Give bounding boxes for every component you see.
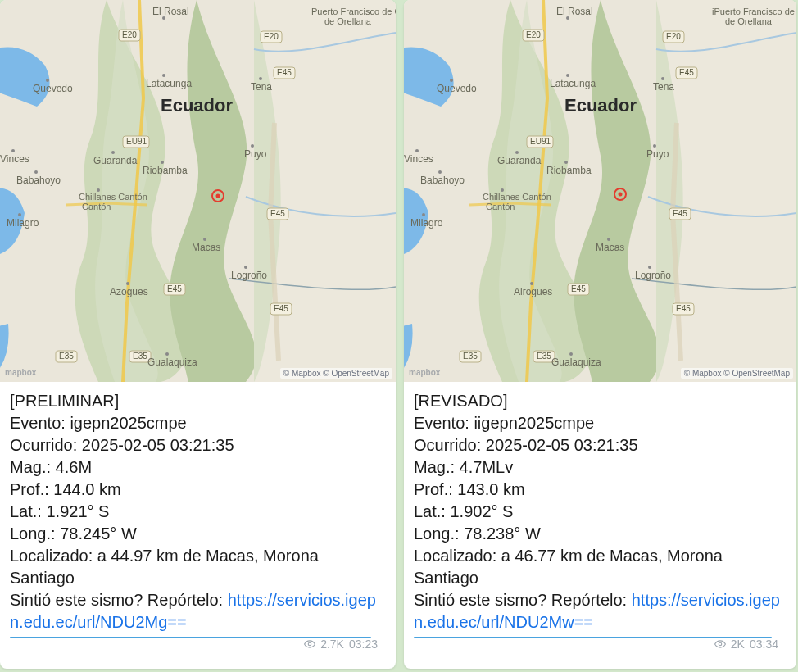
message-body: [PRELIMINAR] Evento: igepn2025cmpe Ocurr… bbox=[0, 382, 396, 669]
svg-point-107 bbox=[648, 266, 651, 269]
svg-point-55 bbox=[308, 643, 311, 647]
svg-text:EU91: EU91 bbox=[530, 137, 551, 146]
prompt-row: Sintió este sismo? Repórtelo: https://se… bbox=[10, 589, 386, 633]
svg-text:E45: E45 bbox=[571, 284, 586, 293]
svg-point-45 bbox=[18, 213, 21, 216]
svg-text:Guaranda: Guaranda bbox=[93, 155, 138, 166]
views-icon bbox=[714, 638, 726, 650]
long-row: Long.: 78.238° W bbox=[414, 523, 787, 545]
svg-text:Riobamba: Riobamba bbox=[546, 165, 592, 176]
svg-text:Babahoyo: Babahoyo bbox=[16, 175, 61, 186]
long-row: Long.: 78.245° W bbox=[10, 523, 386, 545]
svg-point-30 bbox=[259, 77, 262, 80]
map-image[interactable]: E20 E20 E45 EU91 E45 E45 E35 E35 E45 Ecu… bbox=[0, 0, 396, 382]
svg-point-105 bbox=[530, 282, 533, 285]
svg-text:Puyo: Puyo bbox=[244, 148, 267, 160]
svg-text:Logroño: Logroño bbox=[635, 270, 671, 281]
svg-text:Milagro: Milagro bbox=[7, 217, 39, 229]
svg-point-84 bbox=[566, 74, 569, 77]
svg-text:E20: E20 bbox=[264, 32, 279, 41]
views-count: 2K bbox=[731, 637, 745, 652]
svg-point-32 bbox=[111, 151, 115, 154]
svg-point-96 bbox=[438, 170, 442, 174]
svg-point-82 bbox=[450, 79, 453, 82]
svg-text:Guaranda: Guaranda bbox=[497, 155, 542, 166]
svg-point-40 bbox=[34, 170, 38, 174]
location-row: Localizado: a 46.77 km de Macas, Morona … bbox=[414, 545, 787, 589]
event-row: Evento: igepn2025cmpe bbox=[10, 412, 386, 434]
svg-point-28 bbox=[162, 74, 165, 77]
mapbox-badge: mapbox bbox=[409, 368, 440, 377]
message-time: 03:34 bbox=[750, 637, 778, 652]
status-tag: [PRELIMINAR] bbox=[10, 390, 386, 412]
message-time: 03:23 bbox=[349, 637, 378, 652]
svg-point-49 bbox=[126, 282, 129, 285]
svg-text:E35: E35 bbox=[463, 352, 478, 361]
svg-text:Gualaquiza: Gualaquiza bbox=[551, 356, 601, 368]
prompt-row: Sintió este sismo? Repórtelo: https://se… bbox=[414, 589, 787, 633]
svg-text:E45: E45 bbox=[167, 284, 182, 293]
svg-point-86 bbox=[661, 77, 664, 80]
svg-text:Macas: Macas bbox=[596, 242, 624, 253]
svg-text:Puyo: Puyo bbox=[646, 148, 669, 160]
svg-text:Tena: Tena bbox=[251, 81, 272, 93]
svg-text:E35: E35 bbox=[59, 352, 74, 361]
svg-point-92 bbox=[653, 144, 656, 148]
views-count: 2.7K bbox=[320, 637, 344, 652]
svg-point-77 bbox=[619, 193, 623, 197]
message-meta: 2K 03:34 bbox=[414, 637, 787, 657]
message-card-revisado: E20 E20 E45 EU91 E45 E45 E35 E35 E45 Ecu… bbox=[404, 0, 796, 669]
event-row: Evento: iigepn2025cmpe bbox=[414, 412, 787, 434]
svg-text:Latacunga: Latacunga bbox=[146, 78, 192, 89]
svg-text:Logroño: Logroño bbox=[231, 270, 267, 281]
svg-text:E45: E45 bbox=[270, 209, 285, 218]
svg-text:Babahoyo: Babahoyo bbox=[420, 175, 465, 186]
svg-point-34 bbox=[161, 161, 164, 164]
depth-row: Prof.: 144.0 km bbox=[10, 479, 386, 501]
svg-text:Milagro: Milagro bbox=[410, 217, 443, 229]
occurred-row: Ocurrido: 2025-02-05 03:21:35 bbox=[10, 434, 386, 456]
svg-text:Riobamba: Riobamba bbox=[143, 165, 188, 176]
svg-text:E35: E35 bbox=[537, 352, 551, 361]
mapbox-badge: mapbox bbox=[5, 368, 36, 377]
status-tag: [REVISADO] bbox=[414, 390, 787, 412]
svg-text:Alrogues: Alrogues bbox=[514, 286, 552, 297]
depth-row: Prof.: 143.0 km bbox=[414, 479, 787, 501]
svg-point-103 bbox=[607, 238, 610, 241]
map-image[interactable]: E20 E20 E45 EU91 E45 E45 E35 E35 E45 Ecu… bbox=[404, 0, 796, 382]
svg-text:E45: E45 bbox=[676, 304, 691, 313]
message-body: [REVISADO] Evento: iigepn2025cmpe Ocurri… bbox=[404, 382, 796, 669]
svg-text:Chillanes Cantón: Chillanes Cantón bbox=[79, 192, 147, 202]
svg-point-26 bbox=[46, 79, 49, 82]
map-attribution: © Mapbox © OpenStreetMap bbox=[280, 368, 392, 379]
svg-text:E20: E20 bbox=[526, 30, 541, 39]
svg-text:de Orellana: de Orellana bbox=[725, 16, 773, 26]
svg-text:Quevedo: Quevedo bbox=[437, 83, 477, 94]
svg-point-94 bbox=[415, 149, 419, 152]
svg-text:Tena: Tena bbox=[653, 81, 674, 93]
svg-text:E45: E45 bbox=[679, 68, 694, 77]
svg-text:E35: E35 bbox=[133, 352, 147, 361]
magnitude-row: Mag.: 4.6M bbox=[10, 456, 386, 479]
svg-text:Azogues: Azogues bbox=[110, 286, 148, 297]
svg-point-111 bbox=[719, 643, 722, 647]
svg-text:E20: E20 bbox=[122, 30, 137, 39]
svg-text:Cantón: Cantón bbox=[82, 202, 111, 211]
svg-text:Chillanes Cantón: Chillanes Cantón bbox=[483, 192, 551, 202]
svg-text:E45: E45 bbox=[274, 304, 288, 313]
svg-text:de Orellana: de Orellana bbox=[324, 16, 372, 26]
location-row: Localizado: a 44.97 km de Macas, Morona … bbox=[10, 545, 386, 589]
svg-point-88 bbox=[515, 151, 519, 154]
views-icon bbox=[304, 638, 315, 650]
svg-point-109 bbox=[569, 352, 573, 356]
svg-text:Quevedo: Quevedo bbox=[33, 83, 73, 94]
svg-text:El Rosal: El Rosal bbox=[152, 6, 189, 17]
svg-point-36 bbox=[251, 144, 254, 148]
svg-point-51 bbox=[244, 266, 247, 269]
country-label: Ecuador bbox=[564, 95, 637, 116]
svg-point-101 bbox=[422, 213, 425, 216]
map-attribution: © Mapbox © OpenStreetMap bbox=[681, 368, 793, 379]
country-label: Ecuador bbox=[161, 95, 233, 116]
magnitude-row: Mag.: 4.7MLv bbox=[414, 456, 787, 479]
svg-text:Latacunga: Latacunga bbox=[550, 78, 596, 89]
